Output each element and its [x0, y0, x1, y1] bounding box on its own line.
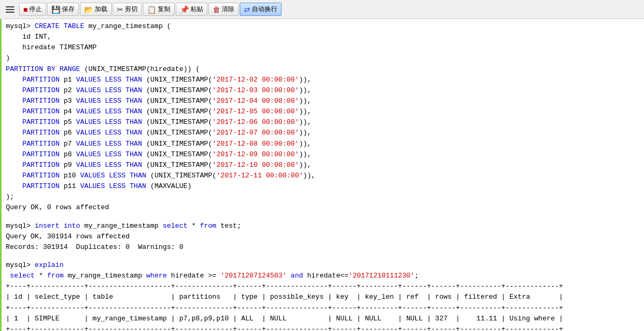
- partition-p9: PARTITION p9 VALUES LESS THAN (UNIX_TIME…: [6, 160, 640, 171]
- save-label: 保存: [62, 5, 75, 14]
- create-table-line: mysql> CREATE TABLE my_range_timestamp (: [6, 21, 640, 32]
- paste-label: 粘贴: [191, 5, 203, 14]
- explain-line: mysql> explain: [6, 260, 640, 271]
- partition-p10: PARTITION p10 VALUES LESS THAN (UNIX_TIM…: [6, 171, 640, 181]
- select-line: select * from my_range_timestamp where h…: [6, 271, 640, 281]
- table-border-bottom: +----+-------------+--------------------…: [6, 324, 640, 331]
- cut-button[interactable]: ✂ 剪切: [113, 3, 142, 16]
- auto-wrap-button[interactable]: ⇄ 自动换行: [240, 3, 282, 16]
- spacer-1: [6, 213, 640, 221]
- table-header-row: | id | select_type | table | partitions …: [6, 292, 640, 302]
- partition-p8: PARTITION p8 VALUES LESS THAN (UNIX_TIME…: [6, 149, 640, 160]
- partition-p7: PARTITION p7 VALUES LESS THAN (UNIX_TIME…: [6, 139, 640, 149]
- hamburger-menu-button[interactable]: [2, 4, 18, 15]
- result-table: +----+-------------+--------------------…: [6, 281, 640, 331]
- auto-wrap-label: 自动换行: [252, 5, 277, 14]
- clear-button[interactable]: 🗑 清除: [208, 3, 239, 16]
- partition-p4: PARTITION p4 VALUES LESS THAN (UNIX_TIME…: [6, 106, 640, 117]
- partition-p3: PARTITION p3 VALUES LESS THAN (UNIX_TIME…: [6, 96, 640, 106]
- clear-icon: 🗑: [213, 5, 220, 14]
- partition-p6: PARTITION p6 VALUES LESS THAN (UNIX_TIME…: [6, 128, 640, 138]
- stop-button[interactable]: ■ 停止: [19, 3, 46, 16]
- auto-wrap-icon: ⇄: [244, 5, 250, 14]
- load-label: 加载: [95, 5, 107, 14]
- records-line: Records: 301914 Duplicates: 0 Warnings: …: [6, 242, 640, 253]
- partition-p2: PARTITION p2 VALUES LESS THAN (UNIX_TIME…: [6, 85, 640, 96]
- paste-button[interactable]: 📌 粘贴: [176, 3, 207, 16]
- table-border-mid: +----+-------------+--------------------…: [6, 303, 640, 314]
- save-icon: 💾: [51, 5, 60, 14]
- col-hiredate-line: hiredate TIMESTAMP: [6, 42, 640, 53]
- load-button[interactable]: 📂 加载: [80, 3, 112, 16]
- partition-p1: PARTITION p1 VALUES LESS THAN (UNIX_TIME…: [6, 75, 640, 85]
- copy-icon: 📋: [147, 5, 156, 14]
- terminal-content: mysql> CREATE TABLE my_range_timestamp (…: [0, 19, 644, 331]
- col-id-line: id INT,: [6, 32, 640, 42]
- save-button[interactable]: 💾 保存: [47, 3, 79, 16]
- copy-label: 复制: [158, 5, 170, 14]
- copy-button[interactable]: 📋 复制: [143, 3, 175, 16]
- stop-icon: ■: [23, 5, 28, 14]
- query-ok-1: Query OK, 0 rows affected: [6, 202, 640, 213]
- query-ok-2: Query OK, 301914 rows affected: [6, 231, 640, 242]
- cut-label: 剪切: [125, 5, 138, 14]
- toolbar: ■ 停止 💾 保存 📂 加载 ✂ 剪切 📋 复制 📌 粘贴 🗑 清除 ⇄ 自动换…: [0, 0, 644, 19]
- load-icon: 📂: [84, 5, 93, 14]
- paste-icon: 📌: [180, 5, 189, 14]
- insert-stmt: mysql> insert into my_range_timestamp se…: [6, 221, 640, 231]
- partition-p5: PARTITION p5 VALUES LESS THAN (UNIX_TIME…: [6, 117, 640, 128]
- clear-label: 清除: [222, 5, 234, 14]
- close-paren-line: ): [6, 53, 640, 64]
- cut-icon: ✂: [117, 5, 123, 14]
- partition-p11: PARTITION p11 VALUES LESS THAN (MAXVALUE…: [6, 181, 640, 192]
- end-partition: );: [6, 192, 640, 202]
- table-border-top: +----+-------------+--------------------…: [6, 281, 640, 292]
- stop-label: 停止: [29, 5, 42, 14]
- partition-by-line: PARTITION BY RANGE (UNIX_TIMESTAMP(hired…: [6, 64, 640, 75]
- spacer-2: [6, 253, 640, 260]
- table-data-row: | 1 | SIMPLE | my_range_timestamp | p7,p…: [6, 314, 640, 324]
